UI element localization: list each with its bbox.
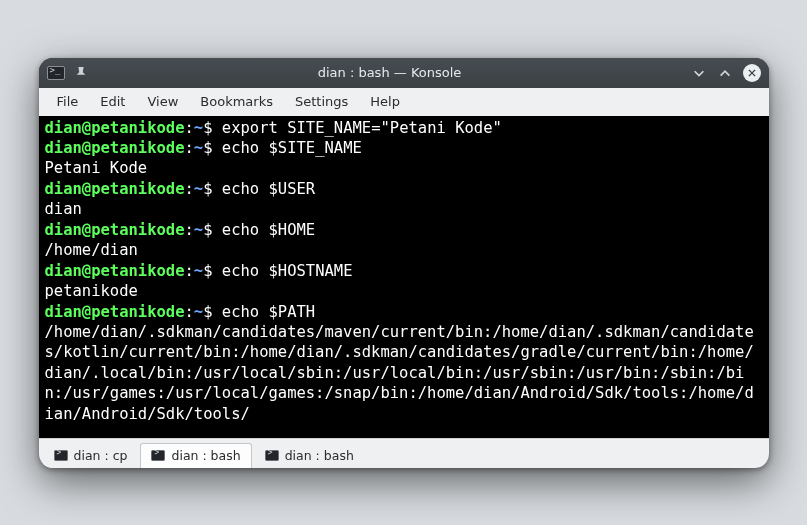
titlebar[interactable]: dian : bash — Konsole <box>39 58 769 88</box>
menubar: File Edit View Bookmarks Settings Help <box>39 88 769 116</box>
titlebar-left <box>47 65 89 81</box>
terminal-tab-label: dian : bash <box>285 448 354 463</box>
terminal-tab-label: dian : bash <box>171 448 240 463</box>
menu-view[interactable]: View <box>137 91 188 112</box>
terminal-app-icon <box>47 66 65 80</box>
maximize-icon[interactable] <box>717 65 733 81</box>
terminal-line: dian@petanikode:~$ echo $USER <box>45 179 763 199</box>
minimize-icon[interactable] <box>691 65 707 81</box>
terminal-line: dian@petanikode:~$ echo $HOSTNAME <box>45 261 763 281</box>
terminal-view[interactable]: dian@petanikode:~$ export SITE_NAME="Pet… <box>39 116 769 438</box>
terminal-line: dian@petanikode:~$ export SITE_NAME="Pet… <box>45 118 763 138</box>
terminal-output: /home/dian <box>45 240 763 260</box>
titlebar-right <box>691 64 761 82</box>
menu-help[interactable]: Help <box>360 91 410 112</box>
terminal-line: dian@petanikode:~$ echo $SITE_NAME <box>45 138 763 158</box>
menu-edit[interactable]: Edit <box>90 91 135 112</box>
terminal-line: dian@petanikode:~$ echo $HOME <box>45 220 763 240</box>
terminal-tab-label: dian : cp <box>74 448 128 463</box>
menu-file[interactable]: File <box>47 91 89 112</box>
terminal-tab-icon <box>151 450 165 461</box>
terminal-tab-icon <box>265 450 279 461</box>
terminal-tab-icon <box>54 450 68 461</box>
terminal-output: dian <box>45 199 763 219</box>
terminal-output: /home/dian/.sdkman/candidates/maven/curr… <box>45 322 763 424</box>
close-icon[interactable] <box>743 64 761 82</box>
terminal-output: petanikode <box>45 281 763 301</box>
menu-bookmarks[interactable]: Bookmarks <box>190 91 283 112</box>
window-title: dian : bash — Konsole <box>95 65 685 80</box>
terminal-tab[interactable]: dian : bash <box>140 443 251 468</box>
konsole-window: dian : bash — Konsole File Edit View Boo… <box>39 58 769 468</box>
terminal-output: Petani Kode <box>45 158 763 178</box>
tabbar: dian : cpdian : bashdian : bash <box>39 438 769 468</box>
terminal-tab[interactable]: dian : cp <box>43 442 139 468</box>
terminal-line: dian@petanikode:~$ echo $PATH <box>45 302 763 322</box>
menu-settings[interactable]: Settings <box>285 91 358 112</box>
pin-icon[interactable] <box>73 65 89 81</box>
terminal-tab[interactable]: dian : bash <box>254 442 365 468</box>
